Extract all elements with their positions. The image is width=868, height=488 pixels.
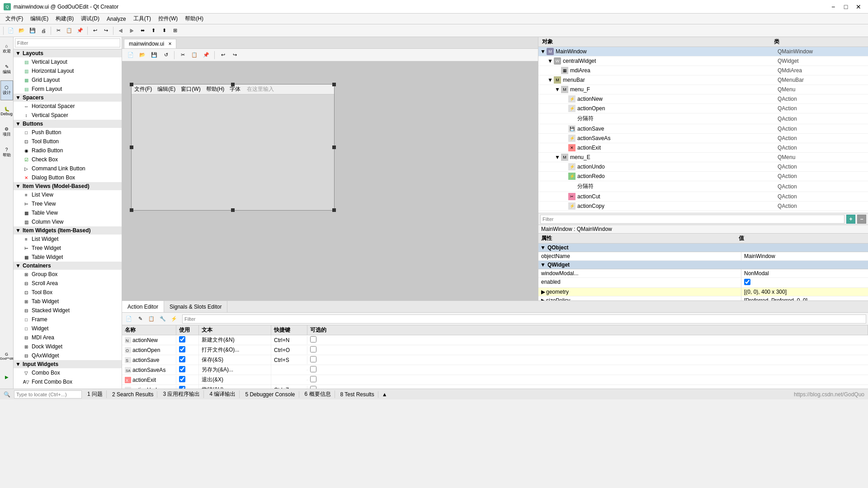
oi-row-separator1[interactable]: 分隔符 QAction (538, 113, 868, 124)
save-all-button[interactable]: 💾 (28, 26, 38, 36)
widget-dialog-button[interactable]: ✕ Dialog Button Box (14, 173, 122, 182)
widget-line-edit[interactable]: ▭ Line Edit (14, 386, 122, 389)
category-item-widgets[interactable]: ▼ Item Widgets (Item-Based) (14, 226, 122, 235)
widget-grid-layout[interactable]: ▦ Grid Layout (14, 75, 122, 84)
oi-row-actioncopy[interactable]: ⚡ actionCopy QAction (538, 202, 868, 211)
prop-row-windowmodal[interactable]: windowModal... NonModal (538, 269, 868, 278)
checkable-checkbox[interactable] (310, 366, 316, 372)
prop-row-geometry[interactable]: ▶geometry [(0, 0), 400 x 300] (538, 288, 868, 296)
design-paste-btn[interactable]: 📌 (201, 50, 211, 60)
row-checkable[interactable] (307, 335, 868, 345)
resize-top[interactable] (231, 83, 235, 86)
widget-scroll-area[interactable]: ⊟ Scroll Area (14, 279, 122, 288)
redo-button[interactable]: ↪ (101, 26, 111, 36)
design-open-btn[interactable]: 📂 (137, 50, 147, 60)
tool-project[interactable]: ⚙项目 (0, 122, 13, 142)
tool-debug2[interactable]: ▶ (0, 367, 13, 387)
status-problems[interactable]: 1 问题 (84, 390, 107, 398)
widget-tool-box[interactable]: ⊡ Tool Box (14, 288, 122, 297)
prop-section-qwidget[interactable]: ▼ QWidget (538, 261, 868, 269)
row-used[interactable] (176, 345, 199, 355)
row-used[interactable] (176, 355, 199, 365)
action-tab-editor[interactable]: Action Editor (122, 301, 164, 312)
design-revert-btn[interactable]: ↺ (161, 50, 171, 60)
prop-section-qobject[interactable]: ▼ QObject (538, 244, 868, 252)
row-checkable[interactable] (307, 375, 868, 385)
align-center-button[interactable]: ⫸ (127, 26, 137, 36)
locate-input[interactable] (14, 390, 82, 399)
status-search[interactable]: 2 Search Results (108, 391, 157, 398)
design-save-btn[interactable]: 💾 (149, 50, 159, 60)
widget-tree-view[interactable]: ⊢ Tree View (14, 199, 122, 208)
used-checkbox[interactable] (179, 366, 185, 372)
action-row-actionopen[interactable]: O actionOpen 打开文件(&O)... Ctrl+O (122, 345, 868, 355)
action-row-actionundo[interactable]: U actionUndo 撤销(&U) Ctrl+Z (122, 385, 868, 389)
property-filter-input[interactable] (540, 215, 844, 224)
paste-button[interactable]: 📌 (75, 26, 85, 36)
prop-remove-button[interactable]: − (857, 215, 866, 224)
checkable-checkbox[interactable] (310, 376, 316, 382)
oi-row-mainwindow[interactable]: ▼ M MainWindow QMainWindow (538, 47, 868, 56)
menu-item-d[interactable]: 调试(D) (77, 14, 103, 23)
menu-item-e[interactable]: 编辑(E) (27, 14, 52, 23)
enabled-checkbox[interactable] (744, 279, 750, 285)
status-debugconsole[interactable]: 5 Debugger Console (241, 391, 299, 398)
sim-menu-font[interactable]: 字体 (227, 84, 243, 94)
used-checkbox[interactable] (179, 356, 185, 362)
status-overview[interactable]: 6 概要信息 (301, 390, 335, 398)
used-checkbox[interactable] (179, 386, 185, 389)
sim-menu-file[interactable]: 文件(F) (132, 84, 155, 94)
oi-row-central[interactable]: ▼ W centralWidget QWidget (538, 56, 868, 66)
distribute-button[interactable]: ⊞ (170, 26, 180, 36)
sim-menu-help[interactable]: 帮助(H) (203, 84, 227, 94)
resize-bottomright[interactable] (332, 208, 336, 212)
menu-item-analyze[interactable]: Analyze (103, 15, 130, 23)
new-button[interactable]: 📄 (6, 26, 16, 36)
sim-menu-edit[interactable]: 编辑(E) (155, 84, 178, 94)
widget-v-spacer[interactable]: ↕ Vertical Spacer (14, 111, 122, 120)
checkable-checkbox[interactable] (310, 386, 316, 389)
action-filter-input[interactable] (182, 314, 866, 324)
sim-menu-window[interactable]: 窗口(W) (178, 84, 203, 94)
oi-row-actionnew[interactable]: ⚡ actionNew QAction (538, 94, 868, 104)
widget-widget[interactable]: □ Widget (14, 324, 122, 333)
oi-row-menu-f[interactable]: ▼ M menu_F QMenu (538, 85, 868, 94)
design-cut-btn[interactable]: ✂ (178, 50, 188, 60)
category-input-widgets[interactable]: ▼ Input Widgets (14, 360, 122, 368)
row-used[interactable] (176, 375, 199, 385)
oi-row-actionsave[interactable]: 💾 actionSave QAction (538, 124, 868, 134)
design-copy-btn[interactable]: 📋 (189, 50, 199, 60)
design-undo-btn[interactable]: ↩ (218, 50, 228, 60)
widget-push-button[interactable]: □ Push Button (14, 128, 122, 137)
widget-horizontal-layout[interactable]: ▥ Horizontal Layout (14, 66, 122, 75)
prop-value[interactable] (741, 278, 868, 287)
category-item-views[interactable]: ▼ Item Views (Model-Based) (14, 182, 122, 190)
row-checkable[interactable] (307, 365, 868, 375)
widget-frame[interactable]: □ Frame (14, 315, 122, 324)
menu-item-t[interactable]: 工具(T) (130, 14, 155, 23)
row-checkable[interactable] (307, 355, 868, 365)
status-triangle-btn[interactable]: ▲ (380, 391, 389, 398)
widget-radio-button[interactable]: ◉ Radio Button (14, 146, 122, 155)
oi-row-menubar[interactable]: ▼ M menuBar QMenuBar (538, 75, 868, 85)
oi-row-actionredo[interactable]: ⚡ actionRedo QAction (538, 172, 868, 181)
menu-item-f[interactable]: 文件(F) (2, 14, 27, 23)
checkable-checkbox[interactable] (310, 346, 316, 352)
action-edit-btn[interactable]: ✎ (135, 314, 145, 324)
tab-close-icon[interactable]: × (168, 41, 171, 47)
resize-topright[interactable] (332, 83, 336, 86)
prop-add-button[interactable]: + (846, 215, 855, 224)
widget-dock-widget[interactable]: ⊞ Dock Widget (14, 342, 122, 351)
action-copy-btn[interactable]: 📋 (146, 314, 156, 324)
category-containers[interactable]: ▼ Containers (14, 262, 122, 270)
tool-edit[interactable]: ✎编辑 (0, 60, 13, 80)
close-button[interactable]: ✕ (853, 2, 864, 11)
widget-font-combo[interactable]: A▽ Font Combo Box (14, 377, 122, 386)
oi-row-separator2[interactable]: 分隔符 QAction (538, 181, 868, 192)
action-row-actionexit[interactable]: X actionExit 退出(&X) (122, 375, 868, 385)
widget-stacked-widget[interactable]: ⊟ Stacked Widget (14, 306, 122, 315)
widget-table-widget[interactable]: ▦ Table Widget (14, 253, 122, 262)
oi-row-actionundo[interactable]: ⚡ actionUndo QAction (538, 162, 868, 172)
action-tab-signals[interactable]: Signals & Slots Editor (164, 301, 227, 312)
menu-item-w[interactable]: 控件(W) (155, 14, 181, 23)
